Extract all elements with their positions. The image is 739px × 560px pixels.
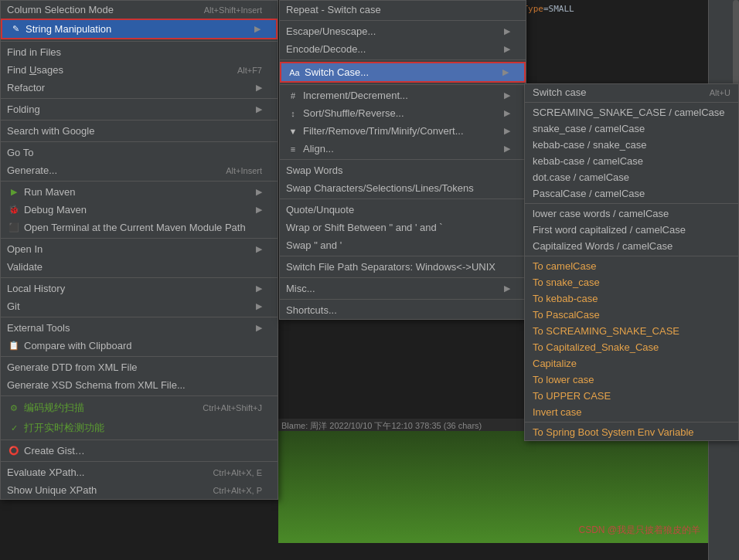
menu-item-to-screaming[interactable]: To SCREAMING_SNAKE_CASE: [525, 323, 738, 339]
menu-item-local-history[interactable]: Local History ▶: [1, 280, 278, 297]
l2-separator-5: [280, 199, 526, 199]
separator-9: [1, 356, 278, 357]
menu-item-invert-case[interactable]: Invert case: [525, 404, 738, 420]
menu-item-eval-xpath[interactable]: Evaluate XPath... Ctrl+Alt+X, E: [1, 463, 278, 481]
menu-item-shortcuts[interactable]: Shortcuts...: [280, 301, 526, 319]
menu-item-switch-case[interactable]: Aa Switch Case... ▶: [280, 62, 526, 83]
menu-item-switch-case-main[interactable]: Switch case Alt+U: [525, 84, 738, 100]
menu-item-quote-unquote[interactable]: Quote/Unquote: [280, 201, 526, 219]
separator-8: [1, 317, 278, 317]
menu-item-run-maven[interactable]: ▶ Run Maven ▶: [1, 183, 278, 201]
blame-text: Blame: 周洋 2022/10/10 下午12:10 378:35 (36 …: [281, 420, 482, 432]
misc-label: Misc...: [286, 283, 500, 294]
menu-item-pascal-camel[interactable]: PascalCase / camelCase: [525, 185, 738, 202]
menu-item-to-capitalized-snake[interactable]: To Capitalized_Snake_Case: [525, 339, 738, 355]
escape-unescape-label: Escape/Unescape...: [286, 25, 500, 37]
open-in-arrow: ▶: [256, 244, 262, 254]
menu-item-lower-camel[interactable]: lower case words / camelCase: [525, 205, 738, 222]
menu-item-increment-decrement[interactable]: # Increment/Decrement... ▶: [280, 87, 526, 104]
menu-item-generate-dtd[interactable]: Generate DTD from XML File: [1, 358, 278, 376]
show-unique-xpath-shortcut: Ctrl+Alt+X, P: [213, 486, 262, 495]
quote-unquote-label: Quote/Unquote: [286, 204, 510, 216]
detect-icon: ✓: [7, 423, 21, 433]
increment-decrement-label: Increment/Decrement...: [303, 90, 500, 101]
menu-item-capitalize[interactable]: Capitalize: [525, 355, 738, 372]
menu-item-dot-camel[interactable]: dot.case / camelCase: [525, 169, 738, 185]
screaming-snake-camel-label: SCREAMING_SNAKE_CASE / camelCase: [533, 107, 730, 118]
string-manip-icon: ✎: [9, 24, 22, 34]
find-in-files-label: Find in Files: [7, 46, 262, 58]
menu-item-to-lower[interactable]: To lower case: [525, 372, 738, 388]
sort-shuffle-label: Sort/Shuffle/Reverse...: [303, 107, 500, 119]
menu-item-swap-quotes[interactable]: Swap " and ': [280, 236, 526, 254]
swap-quotes-label: Swap " and ': [286, 239, 510, 251]
menu-item-external-tools[interactable]: External Tools ▶: [1, 319, 278, 337]
menu-item-to-upper[interactable]: To UPPER CASE: [525, 388, 738, 404]
menu-item-to-camel[interactable]: To camelCase: [525, 258, 738, 274]
menu-item-column-selection[interactable]: Column Selection Mode Alt+Shift+Insert: [1, 1, 278, 19]
menu-item-string-manipulation[interactable]: ✎ String Manipulation ▶: [1, 19, 278, 39]
menu-item-swap-chars[interactable]: Swap Characters/Selections/Lines/Tokens: [280, 179, 526, 197]
show-unique-xpath-label: Show Unique XPath: [7, 484, 197, 496]
menu-item-wrap-shift[interactable]: Wrap or Shift Between " and ' and `: [280, 219, 526, 236]
menu-item-repeat-switch[interactable]: Repeat - Switch case: [280, 1, 526, 19]
menu-item-screaming-snake-camel[interactable]: SCREAMING_SNAKE_CASE / camelCase: [525, 104, 738, 120]
menu-item-switch-file-path[interactable]: Switch File Path Separators: Windows<->U…: [280, 258, 526, 276]
menu-item-filter-remove[interactable]: ▼ Filter/Remove/Trim/Minify/Convert... ▶: [280, 122, 526, 140]
menu-item-to-pascal[interactable]: To PascalCase: [525, 307, 738, 323]
invert-case-label: Invert case: [533, 406, 730, 418]
pascal-camel-label: PascalCase / camelCase: [533, 188, 730, 199]
git-label: Git: [7, 300, 252, 312]
external-tools-arrow: ▶: [256, 323, 262, 333]
switch-case-main-shortcut: Alt+U: [710, 88, 730, 97]
separator-7: [1, 277, 278, 278]
menu-item-compare-clipboard[interactable]: 📋 Compare with Clipboard: [1, 337, 278, 355]
menu-item-debug-maven[interactable]: 🐞 Debug Maven ▶: [1, 201, 278, 219]
menu-item-encode-decode[interactable]: Encode/Decode... ▶: [280, 40, 526, 58]
menu-item-first-word-camel[interactable]: First word capitalized / camelCase: [525, 222, 738, 238]
menu-item-snake-camel[interactable]: snake_case / camelCase: [525, 120, 738, 137]
menu-item-go-to[interactable]: Go To: [1, 144, 278, 161]
menu-item-show-unique-xpath[interactable]: Show Unique XPath Ctrl+Alt+X, P: [1, 481, 278, 499]
menu-item-kebab-snake[interactable]: kebab-case / snake_case: [525, 137, 738, 153]
first-word-camel-label: First word capitalized / camelCase: [533, 224, 730, 236]
folding-arrow: ▶: [256, 104, 262, 114]
menu-item-to-snake[interactable]: To snake_case: [525, 274, 738, 290]
kebab-camel-label: kebab-case / camelCase: [533, 155, 730, 167]
menu-item-capitalized-camel[interactable]: Capitalized Words / camelCase: [525, 238, 738, 254]
filter-remove-arrow: ▶: [504, 126, 510, 136]
menu-item-swap-words[interactable]: Swap Words: [280, 161, 526, 179]
menu-item-validate[interactable]: Validate: [1, 258, 278, 276]
menu-item-bianyao[interactable]: ⚙ 编码规约扫描 Ctrl+Alt+Shift+J: [1, 398, 278, 418]
escape-unescape-arrow: ▶: [504, 26, 510, 36]
menu-item-create-gist[interactable]: ⭕ Create Gist…: [1, 442, 278, 460]
menu-item-find-usages[interactable]: Find Usages Alt+F7: [1, 61, 278, 79]
run-maven-icon: ▶: [7, 187, 21, 197]
local-history-arrow: ▶: [256, 283, 262, 294]
l3-separator-4: [525, 422, 738, 423]
menu-item-kebab-camel[interactable]: kebab-case / camelCase: [525, 153, 738, 169]
menu-item-git[interactable]: Git ▶: [1, 297, 278, 315]
menu-item-open-in[interactable]: Open In ▶: [1, 240, 278, 258]
menu-item-generate-xsd[interactable]: Generate XSD Schema from XML File...: [1, 376, 278, 394]
menu-item-misc[interactable]: Misc... ▶: [280, 280, 526, 297]
switch-file-path-label: Switch File Path Separators: Windows<->U…: [286, 261, 510, 273]
menu-item-detect[interactable]: ✓ 打开实时检测功能: [1, 418, 278, 438]
search-google-label: Search with Google: [7, 125, 262, 137]
menu-item-find-in-files[interactable]: Find in Files: [1, 43, 278, 61]
menu-item-generate[interactable]: Generate... Alt+Insert: [1, 161, 278, 179]
menu-item-open-terminal[interactable]: ⬛ Open Terminal at the Current Maven Mod…: [1, 219, 278, 236]
menu-item-search-google[interactable]: Search with Google: [1, 122, 278, 140]
compare-clipboard-label: Compare with Clipboard: [24, 340, 262, 351]
menu-item-folding[interactable]: Folding ▶: [1, 100, 278, 118]
generate-shortcut: Alt+Insert: [226, 166, 262, 175]
menu-item-refactor[interactable]: Refactor ▶: [1, 79, 278, 97]
bianyao-shortcut: Ctrl+Alt+Shift+J: [203, 403, 262, 412]
menu-item-align[interactable]: ≡ Align... ▶: [280, 140, 526, 158]
generate-xsd-label: Generate XSD Schema from XML File...: [7, 379, 262, 391]
to-kebab-label: To kebab-case: [533, 293, 730, 304]
menu-item-to-kebab[interactable]: To kebab-case: [525, 290, 738, 307]
menu-item-sort-shuffle[interactable]: ↕ Sort/Shuffle/Reverse... ▶: [280, 104, 526, 122]
menu-item-escape-unescape[interactable]: Escape/Unescape... ▶: [280, 22, 526, 40]
menu-item-spring-boot[interactable]: To Spring Boot System Env Variable: [525, 424, 738, 440]
